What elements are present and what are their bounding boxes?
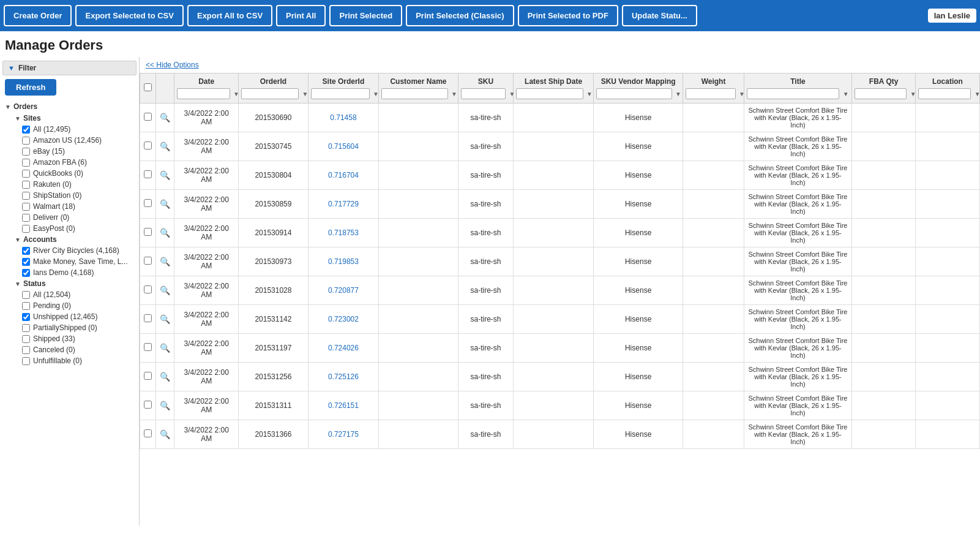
sidebar-checkbox[interactable]	[22, 181, 30, 189]
row-search-button[interactable]: 🔍	[160, 285, 170, 295]
row-checkbox[interactable]	[144, 401, 152, 409]
row-checkbox[interactable]	[144, 343, 152, 351]
row-search-button[interactable]: 🔍	[160, 228, 170, 238]
row-search-button[interactable]: 🔍	[160, 372, 170, 382]
export-all-csv-button[interactable]: Export All to CSV	[187, 5, 272, 26]
sidebar-item-label[interactable]: Unshipped (12,465)	[33, 312, 97, 321]
sidebar-item-label[interactable]: QuickBooks (0)	[33, 169, 83, 178]
col-filter-customername[interactable]	[381, 88, 447, 99]
site-orderid-link[interactable]: 0.719853	[328, 257, 359, 266]
sidebar-checkbox[interactable]	[22, 159, 30, 167]
row-search-button[interactable]: 🔍	[160, 257, 170, 266]
sidebar-checkbox[interactable]	[22, 192, 30, 200]
row-search-button[interactable]: 🔍	[160, 429, 170, 439]
create-order-button[interactable]: Create Order	[4, 5, 72, 26]
sidebar-item-label[interactable]: Unfulfillable (0)	[33, 357, 82, 365]
col-filter-siteorderid[interactable]	[311, 88, 370, 99]
sidebar-item-label[interactable]: Pending (0)	[33, 301, 71, 310]
sidebar-checkbox[interactable]	[22, 335, 30, 343]
site-orderid-link[interactable]: 0.727175	[328, 430, 359, 439]
site-orderid-link[interactable]: 0.725126	[328, 372, 359, 381]
sidebar-item-label[interactable]: Canceled (0)	[33, 345, 75, 354]
site-orderid-link[interactable]: 0.71458	[330, 113, 356, 122]
print-all-button[interactable]: Print All	[276, 5, 326, 26]
filter-toggle[interactable]: ▼ Filter	[2, 61, 137, 75]
sidebar-item-label[interactable]: EasyPost (0)	[33, 224, 75, 233]
sidebar-checkbox[interactable]	[22, 357, 30, 365]
col-filter-location[interactable]	[918, 88, 971, 99]
row-checkbox[interactable]	[144, 199, 152, 207]
row-search-button[interactable]: 🔍	[160, 142, 170, 151]
sidebar-subsection-header-sites[interactable]: ▼Sites	[10, 113, 139, 124]
print-selected-classic-button[interactable]: Print Selected (Classic)	[406, 5, 514, 26]
print-selected-button[interactable]: Print Selected	[329, 5, 402, 26]
site-orderid-link[interactable]: 0.717729	[328, 200, 359, 208]
col-filter-sku[interactable]	[461, 88, 506, 99]
sidebar-item-label[interactable]: Make Money, Save Time, L...	[33, 257, 128, 266]
sidebar-checkbox[interactable]	[22, 137, 30, 145]
sidebar-item-label[interactable]: Walmart (18)	[33, 202, 75, 211]
row-checkbox[interactable]	[144, 285, 152, 293]
print-selected-pdf-button[interactable]: Print Selected to PDF	[518, 5, 618, 26]
sidebar-checkbox[interactable]	[22, 313, 30, 321]
row-search-button[interactable]: 🔍	[160, 343, 170, 353]
row-search-button[interactable]: 🔍	[160, 113, 170, 123]
col-filter-latestship[interactable]	[516, 88, 583, 99]
row-checkbox[interactable]	[144, 429, 152, 437]
row-checkbox[interactable]	[144, 142, 152, 149]
row-checkbox[interactable]	[144, 170, 152, 178]
site-orderid-link[interactable]: 0.724026	[328, 344, 359, 352]
refresh-button[interactable]: Refresh	[5, 79, 56, 96]
sidebar-checkbox[interactable]	[22, 302, 30, 310]
row-checkbox[interactable]	[144, 257, 152, 265]
sidebar-checkbox[interactable]	[22, 126, 30, 134]
sidebar-checkbox[interactable]	[22, 269, 30, 277]
sidebar-item-label[interactable]: ShipStation (0)	[33, 191, 81, 200]
sidebar-item-label[interactable]: All (12,504)	[33, 290, 70, 299]
sidebar-checkbox[interactable]	[22, 346, 30, 354]
sidebar-item-label[interactable]: Amazon FBA (6)	[33, 158, 87, 167]
select-all-checkbox[interactable]	[144, 83, 152, 91]
sidebar-checkbox[interactable]	[22, 203, 30, 211]
row-search-button[interactable]: 🔍	[160, 199, 170, 209]
sidebar-item-label[interactable]: Amazon US (12,456)	[33, 136, 102, 145]
sidebar-item-label[interactable]: Shipped (33)	[33, 334, 75, 343]
site-orderid-link[interactable]: 0.723002	[328, 315, 359, 323]
sidebar-checkbox[interactable]	[22, 324, 30, 332]
col-filter-title[interactable]	[747, 88, 839, 99]
col-filter-skuvendor[interactable]	[596, 88, 672, 99]
row-checkbox[interactable]	[144, 113, 152, 121]
col-filter-weight[interactable]	[686, 88, 735, 99]
col-filter-fbaqty[interactable]	[855, 88, 907, 99]
row-checkbox[interactable]	[144, 314, 152, 322]
sidebar-item-label[interactable]: Rakuten (0)	[33, 180, 72, 189]
site-orderid-link[interactable]: 0.720877	[328, 286, 359, 295]
row-search-button[interactable]: 🔍	[160, 401, 170, 410]
row-checkbox[interactable]	[144, 372, 152, 380]
col-filter-orderid[interactable]	[241, 88, 299, 99]
sidebar-checkbox[interactable]	[22, 225, 30, 233]
sidebar-checkbox[interactable]	[22, 148, 30, 156]
sidebar-item-label[interactable]: PartiallyShipped (0)	[33, 323, 97, 332]
site-orderid-link[interactable]: 0.716704	[328, 171, 359, 179]
sidebar-checkbox[interactable]	[22, 247, 30, 255]
sidebar-item-label[interactable]: All (12,495)	[33, 125, 70, 134]
sidebar-item-label[interactable]: Ians Demo (4,168)	[33, 268, 94, 277]
sidebar-item-label[interactable]: eBay (15)	[33, 147, 65, 156]
sidebar-checkbox[interactable]	[22, 291, 30, 299]
site-orderid-link[interactable]: 0.726151	[328, 401, 359, 410]
col-filter-date[interactable]	[177, 88, 230, 99]
sidebar-item-label[interactable]: Deliverr (0)	[33, 213, 69, 222]
sidebar-checkbox[interactable]	[22, 258, 30, 266]
sidebar-subsection-header-status[interactable]: ▼Status	[10, 278, 139, 289]
site-orderid-link[interactable]: 0.718753	[328, 228, 359, 237]
sidebar-subsection-header-accounts[interactable]: ▼Accounts	[10, 234, 139, 245]
row-search-button[interactable]: 🔍	[160, 170, 170, 180]
row-checkbox[interactable]	[144, 228, 152, 236]
sidebar-checkbox[interactable]	[22, 214, 30, 222]
hide-options-link[interactable]: << Hide Options	[140, 57, 980, 73]
sidebar-item-label[interactable]: River City Bicycles (4,168)	[33, 246, 119, 255]
export-selected-csv-button[interactable]: Export Selected to CSV	[75, 5, 183, 26]
site-orderid-link[interactable]: 0.715604	[328, 142, 359, 151]
sidebar-checkbox[interactable]	[22, 170, 30, 178]
